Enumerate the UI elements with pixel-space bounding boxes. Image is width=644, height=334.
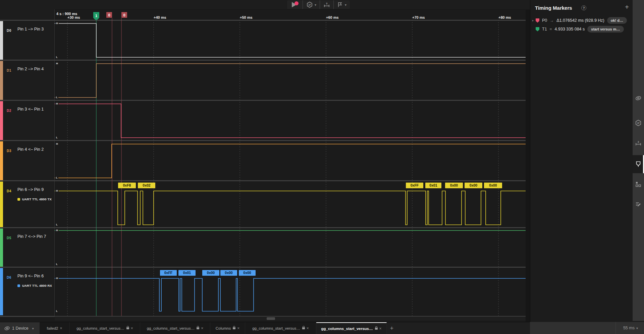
sidebar-icon-analyzers[interactable]: 1F xyxy=(633,114,644,132)
channel-id: D0 xyxy=(7,29,11,32)
tab-label: gg_columns_start_versus… xyxy=(76,326,124,330)
panel-title: Timing Markers xyxy=(535,5,572,11)
tab-3[interactable]: gg_columns_start_versus…× xyxy=(140,322,210,334)
tab-label: gg_columns_start_versus… xyxy=(252,326,300,330)
high-level-label: H xyxy=(55,189,59,192)
analyzers-menu-button[interactable]: 1F▾ xyxy=(303,0,320,9)
channel-row-border xyxy=(0,180,526,181)
sidebar-icon-notes[interactable] xyxy=(633,195,644,213)
analyzer-name: UART TTL 4800 TX xyxy=(22,197,52,201)
svg-text:1F: 1F xyxy=(637,122,640,124)
channel-color-strip xyxy=(0,101,3,140)
high-level-label: H xyxy=(55,277,59,280)
marker-tag[interactable]: start versus m… xyxy=(587,26,624,32)
new-tab-button[interactable]: + xyxy=(387,322,397,334)
device-selector[interactable]: 1 Device ▾ xyxy=(0,322,40,334)
close-tab-icon[interactable]: × xyxy=(60,326,62,331)
timeline-tick-label: +30 ms xyxy=(67,15,80,19)
tab-6[interactable]: gg_columns_start_versus…× xyxy=(316,322,387,334)
ruler-3-icon: 3 xyxy=(323,1,330,8)
low-level-label: L xyxy=(55,310,58,313)
chevron-down-icon: ▾ xyxy=(345,3,346,7)
channel-label-panel: D0Pin 1 –> Pin 3D1Pin 2 –> Pin 4D2Pin 3 … xyxy=(0,9,54,316)
add-marker-button[interactable]: + xyxy=(625,3,629,11)
play-icon xyxy=(290,1,299,8)
decoded-byte-label: 0xFF xyxy=(160,270,177,276)
zoom-level-dropdown[interactable]: 55 ms ▾ xyxy=(615,322,638,334)
marker-row-p0[interactable]: ▸P0→Δ1.076542 ms (928.9 Hz)ok! d… xyxy=(530,16,633,25)
channel-row-d6[interactable]: D6Pin 9 <– Pin 6UART TTL 4800 RX xyxy=(0,267,54,316)
channel-row-d3[interactable]: D3Pin 4 <– Pin 2 xyxy=(0,141,54,181)
channel-id: D1 xyxy=(7,69,11,72)
marker-operator: → xyxy=(550,18,554,23)
flag-icon xyxy=(337,2,343,8)
decoded-byte-label: 0x01 xyxy=(425,183,441,188)
sidebar-icon-extensions[interactable] xyxy=(633,175,644,193)
channel-row-d5[interactable]: D5Pin 7 <–> Pin 7 xyxy=(0,228,54,267)
decoded-byte-label: 0x00 xyxy=(239,270,256,276)
marker-tag[interactable]: ok! d… xyxy=(607,17,627,24)
timing-marker-flag-1[interactable]: 1 xyxy=(93,12,99,21)
notes-icon xyxy=(635,201,642,208)
status-bar: 55 ms ▾ xyxy=(530,322,644,334)
analyzer-name: UART TTL 4800 RX xyxy=(22,284,52,287)
chevron-down-icon: ▾ xyxy=(32,327,34,330)
timeline-tick-label: +70 ms xyxy=(412,15,425,19)
sidebar-icon-measurements[interactable]: 3 xyxy=(633,134,644,152)
high-level-label: H xyxy=(55,102,59,105)
timing-marker-flag-0[interactable]: 0 xyxy=(121,12,127,18)
marker-glyph-icon xyxy=(536,18,539,23)
timeline-ruler[interactable]: 4 s : 900 ms +30 ms+40 ms+50 ms+60 ms+70… xyxy=(55,11,526,20)
capture-toolbar: 1F▾3▾ xyxy=(287,0,350,9)
analyzer-color-swatch xyxy=(17,284,20,287)
lock-icon xyxy=(375,328,378,330)
tab-4[interactable]: Columns× xyxy=(210,322,245,334)
markers-menu-button[interactable]: ▾ xyxy=(334,0,350,9)
close-tab-icon[interactable]: × xyxy=(379,326,382,331)
channel-name: Pin 6 –> Pin 9 xyxy=(17,187,44,192)
tab-1[interactable]: failed2× xyxy=(40,322,70,334)
analyzer-label[interactable]: UART TTL 4800 TX xyxy=(17,197,52,201)
analyzer-label[interactable]: UART TTL 4800 RX xyxy=(17,284,52,287)
close-tab-icon[interactable]: × xyxy=(201,326,203,331)
sidebar-icon-timing-markers[interactable] xyxy=(633,155,644,173)
channel-id: D2 xyxy=(7,109,11,113)
close-tab-icon[interactable]: × xyxy=(131,326,133,331)
horizontal-scrollbar[interactable] xyxy=(55,317,526,321)
low-level-label: L xyxy=(55,176,58,179)
horizontal-scrollbar-handle[interactable] xyxy=(267,317,275,320)
tab-2[interactable]: gg_columns_start_versus…× xyxy=(70,322,140,334)
play-capture-button[interactable] xyxy=(287,0,303,9)
side-icon-strip: 1F3 xyxy=(633,0,644,321)
channel-id: D4 xyxy=(7,189,11,193)
tab-label: Columns xyxy=(216,326,231,330)
channel-row-d0[interactable]: D0Pin 1 –> Pin 3 xyxy=(0,20,54,60)
zoom-level-value: 55 ms xyxy=(623,326,635,330)
channel-row-border xyxy=(0,100,526,101)
timing-marker-flag-0[interactable]: 0 xyxy=(106,12,112,18)
sidebar-icon-device[interactable] xyxy=(633,89,644,107)
tab-5[interactable]: gg_columns_start_versus…× xyxy=(245,322,316,334)
channel-color-strip xyxy=(0,61,3,100)
close-tab-icon[interactable]: × xyxy=(307,326,309,331)
channel-row-d4[interactable]: D4Pin 6 –> Pin 9UART TTL 4800 TX xyxy=(0,181,54,228)
expand-chevron-icon[interactable]: ▸ xyxy=(530,19,536,22)
timeline-tick-label: +40 ms xyxy=(154,15,166,19)
marker-row-t1[interactable]: T1=4.933 335 084 sstart versus m… xyxy=(530,25,633,34)
decoded-byte-label: 0x01 xyxy=(178,270,196,276)
decoded-byte-label: 0x00 xyxy=(220,270,237,276)
measurements-tool-button[interactable]: 3 xyxy=(320,0,334,9)
vertical-scrollbar-track[interactable] xyxy=(526,9,530,322)
channel-color-strip xyxy=(0,268,3,315)
decoded-byte-label: 0x00 xyxy=(484,183,502,188)
close-tab-icon[interactable]: × xyxy=(237,326,239,331)
tab-label: failed2 xyxy=(47,326,58,330)
channel-row-d1[interactable]: D1Pin 2 –> Pin 4 xyxy=(0,60,54,101)
lock-icon xyxy=(302,327,305,329)
marker-name: P0 xyxy=(542,18,547,23)
high-level-label: H xyxy=(55,22,59,25)
tab-bar: 1 Device ▾ failed2×gg_columns_start_vers… xyxy=(0,322,530,334)
channel-row-border xyxy=(0,267,526,268)
help-icon[interactable]: ? xyxy=(581,5,586,10)
channel-row-d2[interactable]: D2Pin 3 <– Pin 1 xyxy=(0,101,54,141)
